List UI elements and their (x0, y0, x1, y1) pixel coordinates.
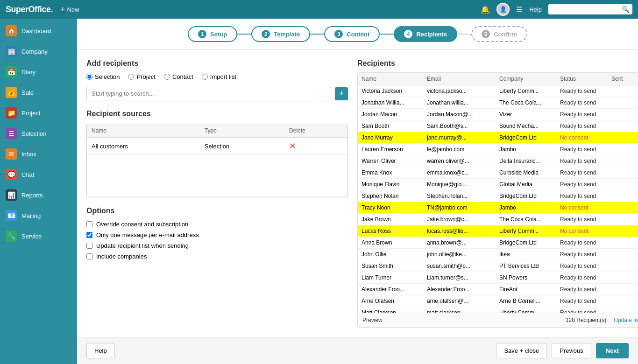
radio-import-input[interactable] (202, 74, 208, 80)
add-button[interactable]: + (335, 87, 348, 100)
table-row: Emma Knox emma.knox@c... Curbside Media … (358, 167, 638, 179)
page-inner: Add recipients Selection Project (77, 50, 638, 337)
topnav: SuperOffice. + New 🔔 👤 ☰ Help 🔍 (0, 0, 638, 19)
sidebar-item-company[interactable]: 🏢 Company (0, 41, 77, 62)
step-num-3: 3 (334, 30, 343, 38)
option-update-list[interactable]: Update recipient list when sending (86, 242, 348, 249)
option-one-message[interactable]: Only one message per e-mail address (86, 231, 348, 238)
option-include-companies[interactable]: Include companies (86, 253, 348, 260)
recipient-company: Global Media (496, 179, 556, 190)
recipient-sources-section: Recipient sources Name Type Delete (86, 110, 348, 197)
next-button[interactable]: Next (596, 343, 629, 358)
recipient-status: Ready to send (556, 295, 608, 307)
recipients-table-header: Name Email Company Status Sent (358, 73, 638, 85)
recipient-email: emma.knox@c... (423, 167, 496, 179)
radio-project[interactable]: Project (128, 73, 155, 80)
sidebar-label-dashboard: Dashboard (21, 28, 51, 35)
sidebar-item-reports[interactable]: 📊 Reports (0, 185, 77, 205)
sidebar-item-project[interactable]: 📁 Project (0, 103, 77, 123)
table-row: All customers Selection ✕ (87, 138, 347, 155)
sidebar-item-chat[interactable]: 💬 Chat (0, 164, 77, 185)
table-row: Jonathan Willia... Jonathan.willia... Th… (358, 97, 638, 109)
sidebar-label-sale: Sale (21, 89, 34, 96)
table-row: Matt Clarkson matt.clarkson... Liberty C… (358, 307, 638, 313)
recipient-company: BridgeCom Ltd (496, 190, 556, 202)
recipient-name: Victoria Jackson (358, 85, 423, 97)
recipient-status: Ready to send (556, 214, 608, 225)
search-input[interactable] (86, 87, 331, 100)
option-one-message-checkbox[interactable] (86, 232, 92, 238)
sidebar-label-company: Company (21, 48, 48, 55)
table-row: Arne Olafsen arne.olafsen@... Arne B Cor… (358, 295, 638, 307)
step-setup[interactable]: 1 Setup (188, 26, 237, 42)
bell-icon[interactable]: 🔔 (481, 5, 490, 14)
recipient-name: Arne Olafsen (358, 295, 423, 307)
recipient-status: Ready to send (556, 237, 608, 249)
step-template[interactable]: 2 Template (251, 26, 310, 42)
recipient-email: warren.oliver@... (423, 155, 496, 167)
recipient-sent (608, 144, 638, 155)
help-link[interactable]: Help (529, 6, 542, 13)
recipient-status: Ready to send (556, 120, 608, 132)
radio-project-label: Project (136, 73, 155, 80)
radio-selection[interactable]: Selection (86, 73, 120, 80)
table-row: Stephen Nolan Stephen.nolan... BridgeCom… (358, 190, 638, 202)
sidebar-item-selection[interactable]: ☰ Selection (0, 123, 77, 144)
recipient-company: Vizer (496, 109, 556, 120)
service-icon: 🔧 (6, 231, 17, 242)
recipient-sent (608, 190, 638, 202)
search-wrap: 🔍 (548, 4, 632, 14)
help-button[interactable]: Help (86, 343, 115, 358)
radio-import[interactable]: Import list (202, 73, 236, 80)
reports-icon: 📊 (6, 189, 17, 201)
option-update-list-checkbox[interactable] (86, 243, 92, 249)
recipient-name: Tracy Noon (358, 202, 423, 214)
sidebar-item-service[interactable]: 🔧 Service (0, 226, 77, 246)
table-row: Jake Brown Jake.brown@c... The Coca Cola… (358, 214, 638, 225)
recipient-name: Lucas Ross (358, 225, 423, 237)
add-recipients-title: Add recipients (86, 59, 348, 68)
table-row: Tracy Noon TN@jambo.com Jambo No consent (358, 202, 638, 214)
recipient-sent (608, 155, 638, 167)
recipient-company: Arne B Corneli... (496, 295, 556, 307)
radio-contact-input[interactable] (164, 74, 170, 80)
sidebar-item-mailing[interactable]: 📧 Mailing (0, 205, 77, 226)
step-num-1: 1 (198, 30, 206, 38)
sidebar-item-diary[interactable]: 📅 Diary (0, 62, 77, 82)
recipient-name: Jane Murray (358, 132, 423, 144)
recipient-email: Liam.turner@s... (423, 272, 496, 284)
recipients-scroll-body[interactable]: Victoria Jackson victoria.jackso... Libe… (358, 85, 638, 313)
recipient-email: le@jambo.com (423, 144, 496, 155)
recipient-status: Ready to send (556, 284, 608, 295)
delete-source-button[interactable]: ✕ (289, 141, 296, 151)
recipient-company: The Coca Cola... (496, 214, 556, 225)
recipient-email: victoria.jackso... (423, 85, 496, 97)
radio-contact[interactable]: Contact (164, 73, 193, 80)
option-override-consent[interactable]: Override consent and subscription (86, 221, 348, 228)
menu-icon[interactable]: ☰ (516, 5, 523, 14)
sidebar-item-inbox[interactable]: ✉ Inbox (0, 144, 77, 164)
search-input[interactable] (548, 4, 632, 14)
step-content[interactable]: 3 Content (324, 26, 380, 42)
sidebar-item-dashboard[interactable]: 🏠 Dashboard (0, 21, 77, 41)
sidebar-label-service: Service (21, 233, 42, 240)
table-row: John Ollie john.ollie@ike... Ikea Ready … (358, 249, 638, 260)
radio-selection-input[interactable] (86, 74, 92, 80)
update-list-button[interactable]: Update list (614, 317, 638, 323)
topnav-icons: 🔔 👤 ☰ Help 🔍 (481, 3, 632, 16)
save-close-button[interactable]: Save + close (496, 343, 547, 358)
search-icon: 🔍 (622, 6, 630, 13)
sidebar-item-sale[interactable]: 💰 Sale (0, 82, 77, 103)
radio-project-input[interactable] (128, 74, 134, 80)
step-confirm[interactable]: 5 Confirm (471, 26, 527, 42)
previous-button[interactable]: Previous (552, 343, 591, 358)
user-avatar[interactable]: 👤 (496, 3, 510, 16)
dashboard-icon: 🏠 (6, 25, 17, 36)
option-one-message-label: Only one message per e-mail address (96, 231, 199, 238)
step-recipients[interactable]: 4 Recipients (394, 26, 457, 42)
option-include-companies-checkbox[interactable] (86, 253, 92, 259)
option-override-consent-checkbox[interactable] (86, 221, 92, 227)
new-button[interactable]: + New (60, 5, 79, 14)
chat-icon: 💬 (6, 169, 17, 180)
options-list: Override consent and subscription Only o… (86, 221, 348, 260)
